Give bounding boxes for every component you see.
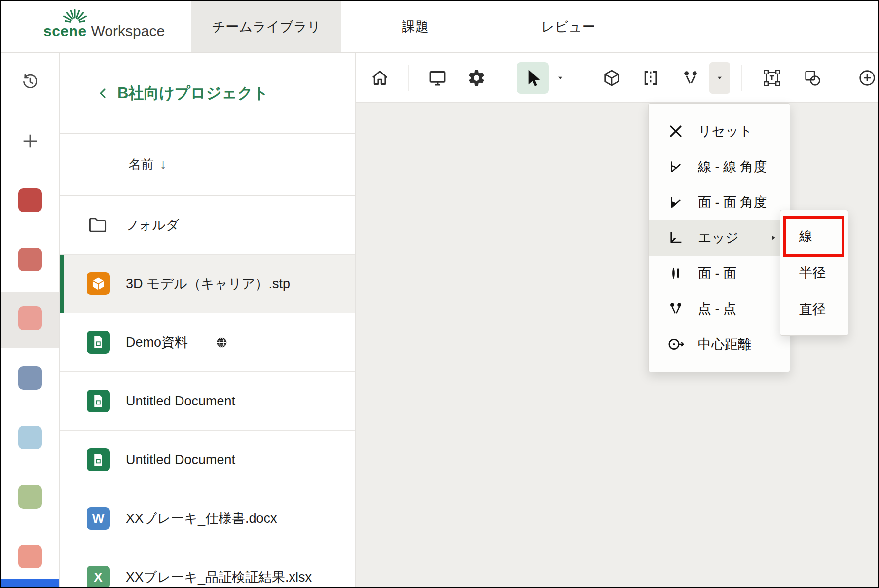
point-point-icon: [667, 300, 684, 317]
box-3d-button[interactable]: [602, 68, 622, 88]
menu-item-label: 面 - 面 角度: [698, 193, 767, 211]
color-swatch[interactable]: [18, 188, 42, 212]
menu-item-face-face-angle[interactable]: 面 - 面 角度: [649, 184, 790, 220]
menu-item-line-line-angle[interactable]: 線 - 線 角度: [649, 149, 790, 184]
add-annotation-button[interactable]: [857, 68, 877, 88]
tab-issues[interactable]: 課題: [341, 1, 489, 52]
submenu-item-line[interactable]: 線: [780, 218, 848, 255]
word-file-icon: W: [87, 507, 110, 530]
list-item[interactable]: Demo資料: [60, 313, 355, 372]
history-button[interactable]: [21, 73, 39, 91]
add-circle-icon: [857, 68, 877, 88]
toolbar-divider: [408, 65, 409, 91]
project-panel-header: B社向けプロジェクト: [60, 53, 355, 134]
bottom-blue-strip: [1, 579, 59, 587]
list-item-label: XXブレーキ_仕様書.docx: [126, 510, 277, 527]
list-item-label: XXブレーキ_品証検証結果.xlsx: [126, 568, 312, 586]
folder-icon: [87, 214, 109, 236]
add-button[interactable]: [20, 131, 40, 151]
list-item-label: 3D モデル（キャリア）.stp: [126, 275, 290, 293]
list-item[interactable]: 3D モデル（キャリア）.stp: [60, 255, 355, 313]
home-button[interactable]: [370, 68, 390, 88]
logo-area: scene Workspace: [1, 1, 191, 52]
list-item[interactable]: X XXブレーキ_品証検証結果.xlsx: [60, 548, 355, 587]
home-icon: [370, 68, 390, 88]
section-button[interactable]: [641, 68, 660, 88]
text-frame-button[interactable]: [762, 68, 782, 88]
tab-review[interactable]: レビュー: [489, 1, 647, 52]
list-item[interactable]: フォルダ: [60, 196, 355, 255]
color-swatch[interactable]: [18, 366, 42, 390]
face-face-icon: [667, 265, 684, 282]
reset-icon: [667, 123, 684, 140]
select-tool-button[interactable]: [517, 62, 549, 94]
settings-button[interactable]: [467, 68, 486, 88]
submenu-arrow-icon: [770, 235, 777, 241]
color-swatch[interactable]: [18, 485, 42, 509]
cursor-icon: [523, 68, 543, 88]
text-frame-icon: [762, 68, 782, 88]
globe-icon: [215, 336, 228, 349]
shapes-icon: [803, 68, 822, 88]
monitor-icon: [428, 68, 447, 88]
tab-team-library[interactable]: チームライブラリ: [191, 1, 341, 52]
measure-button[interactable]: [681, 68, 700, 88]
top-header: scene Workspace チームライブラリ 課題 レビュー: [1, 1, 878, 53]
project-panel: B社向けプロジェクト 名前 ↓ フォルダ 3D モデル（キャリア）.st: [60, 53, 356, 587]
logo-burst-icon: [57, 6, 93, 26]
menu-item-point-point[interactable]: 点 - 点: [649, 291, 790, 327]
submenu-item-diameter[interactable]: 直径: [780, 291, 848, 328]
sort-header[interactable]: 名前 ↓: [60, 134, 355, 196]
color-swatch[interactable]: [18, 426, 42, 449]
logo-suffix-text: Workspace: [91, 23, 165, 39]
shapes-button[interactable]: [803, 68, 822, 88]
menu-item-center-distance[interactable]: 中心距離: [649, 327, 790, 362]
menu-item-label: 点 - 点: [698, 300, 736, 318]
document-icon: [87, 448, 110, 471]
gear-icon: [467, 68, 486, 88]
chevron-down-icon: [715, 74, 724, 82]
list-item-label: Untitled Document: [126, 452, 235, 468]
excel-letter: X: [94, 570, 102, 585]
submenu-item-radius[interactable]: 半径: [780, 255, 848, 291]
history-icon: [21, 73, 39, 91]
menu-item-label: エッジ: [698, 229, 739, 247]
word-letter: W: [92, 511, 105, 526]
menu-item-face-face[interactable]: 面 - 面: [649, 256, 790, 291]
menu-item-label: 中心距離: [698, 335, 751, 353]
list-item-label: Demo資料: [126, 333, 188, 351]
edge-submenu: 線 半径 直径: [780, 210, 848, 336]
back-button[interactable]: [96, 86, 110, 101]
excel-file-icon: X: [87, 566, 110, 587]
menu-item-reset[interactable]: リセット: [649, 113, 790, 149]
list-item[interactable]: Untitled Document: [60, 372, 355, 431]
list-item[interactable]: Untitled Document: [60, 431, 355, 489]
menu-item-label: リセット: [698, 122, 753, 140]
face-face-angle-icon: [667, 194, 684, 211]
measure-menu-caret[interactable]: [709, 62, 730, 94]
menu-item-label: 面 - 面: [698, 264, 736, 282]
3d-model-icon: [87, 272, 110, 295]
color-swatch[interactable]: [18, 248, 42, 271]
edge-icon: [667, 229, 684, 246]
color-swatch[interactable]: [18, 306, 42, 330]
line-line-angle-icon: [667, 158, 684, 175]
color-swatch[interactable]: [18, 545, 42, 568]
document-icon: [87, 331, 110, 354]
plus-icon: [20, 131, 40, 151]
app-logo[interactable]: scene Workspace: [43, 23, 165, 39]
sort-descending-icon: ↓: [160, 157, 167, 172]
chevron-down-icon: [556, 74, 565, 82]
menu-item-edge[interactable]: エッジ: [649, 220, 790, 256]
measure-menu: リセット 線 - 線 角度 面 - 面 角度: [648, 103, 790, 372]
page-title: B社向けプロジェクト: [117, 83, 268, 104]
left-icon-rail: [1, 53, 60, 587]
measure-icon: [681, 68, 700, 88]
chevron-left-icon: [96, 86, 110, 101]
list-item[interactable]: W XXブレーキ_仕様書.docx: [60, 489, 355, 548]
list-item-label: Untitled Document: [126, 394, 235, 409]
section-icon: [641, 68, 660, 88]
select-tool-caret[interactable]: [556, 74, 565, 82]
app-window: scene Workspace チームライブラリ 課題 レビュー: [0, 0, 879, 588]
present-button[interactable]: [428, 68, 447, 88]
